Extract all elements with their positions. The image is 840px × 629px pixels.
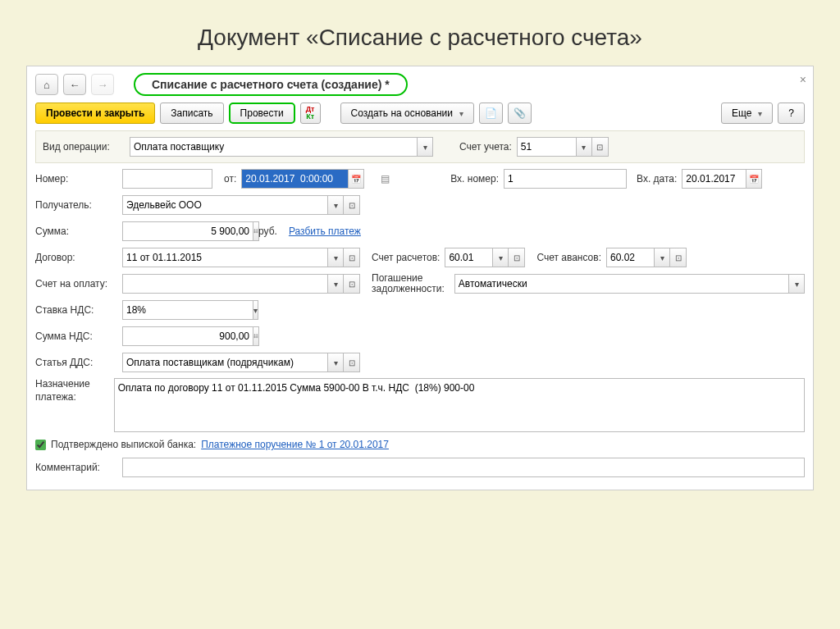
invoice-input[interactable] <box>122 274 327 294</box>
help-button[interactable]: ? <box>778 103 805 124</box>
document-title: Списание с расчетного счета (создание) * <box>134 73 408 96</box>
open-icon[interactable]: ⊡ <box>592 137 609 157</box>
print-button[interactable] <box>479 103 503 124</box>
chevron-down-icon[interactable]: ▾ <box>788 274 805 294</box>
op-type-select[interactable]: ▾ <box>130 137 433 157</box>
open-icon[interactable]: ⊡ <box>344 248 360 267</box>
debt-label-2: задолженности: <box>372 284 445 294</box>
open-icon[interactable]: ⊡ <box>344 274 360 294</box>
chevron-down-icon[interactable]: ▾ <box>253 300 258 320</box>
account-input[interactable] <box>517 137 576 157</box>
debt-input[interactable] <box>454 274 788 294</box>
comment-input[interactable] <box>122 458 805 477</box>
in-number-input[interactable] <box>504 169 627 189</box>
open-icon[interactable]: ⊡ <box>509 248 525 267</box>
chevron-down-icon[interactable]: ▾ <box>327 195 344 215</box>
account-label: Счет учета: <box>459 141 512 153</box>
create-based-button[interactable]: Создать на основании <box>340 103 475 124</box>
contract-label: Договор: <box>35 252 117 263</box>
from-label: от: <box>224 173 236 185</box>
open-icon[interactable]: ⊡ <box>344 195 360 215</box>
recipient-label: Получатель: <box>35 199 117 211</box>
in-date-input[interactable] <box>682 169 746 189</box>
amount-input[interactable] <box>122 221 253 241</box>
recipient-input[interactable] <box>122 195 327 215</box>
dds-input[interactable] <box>122 353 327 372</box>
dtkt-button[interactable]: ДтКт <box>300 103 321 124</box>
split-payment-link[interactable]: Разбить платеж <box>289 226 361 237</box>
home-button[interactable]: ⌂ <box>35 74 58 95</box>
contract-input[interactable] <box>122 248 327 267</box>
paperclip-icon <box>514 107 526 119</box>
settle-acc-input[interactable] <box>445 248 492 267</box>
dds-label: Статья ДДС: <box>35 357 117 368</box>
calendar-icon[interactable]: 📅 <box>746 169 762 189</box>
back-button[interactable]: ← <box>63 74 86 95</box>
settle-acc-label: Счет расчетов: <box>372 252 440 263</box>
purpose-label: Назначение платежа: <box>35 378 109 403</box>
forward-button[interactable]: → <box>91 74 114 95</box>
purpose-textarea[interactable] <box>114 378 805 432</box>
date-input[interactable] <box>241 169 348 189</box>
amount-label: Сумма: <box>35 226 117 237</box>
calendar-icon[interactable]: 📅 <box>348 169 364 189</box>
chevron-down-icon[interactable]: ▾ <box>327 274 344 294</box>
chevron-down-icon[interactable]: ▾ <box>492 248 509 267</box>
in-date-label: Вх. дата: <box>637 173 677 185</box>
advance-acc-input[interactable] <box>606 248 654 267</box>
toolbar: Провести и закрыть Записать Провести ДтК… <box>35 103 805 124</box>
advance-acc-label: Счет авансов: <box>536 252 601 263</box>
post-button[interactable]: Провести <box>229 103 295 124</box>
document-window: × ⌂ ← → Списание с расчетного счета (соз… <box>26 66 814 490</box>
chevron-down-icon[interactable]: ▾ <box>654 248 670 267</box>
open-icon[interactable]: ⊡ <box>670 248 687 267</box>
titlebar: ⌂ ← → Списание с расчетного счета (созда… <box>35 73 805 96</box>
document-icon <box>485 107 497 119</box>
currency-label: руб. <box>258 226 277 237</box>
op-type-input[interactable] <box>130 137 417 157</box>
number-input[interactable] <box>122 169 212 189</box>
more-button[interactable]: Еще <box>721 103 773 124</box>
comment-label: Комментарий: <box>35 462 117 473</box>
vat-sum-input[interactable] <box>122 326 253 346</box>
confirmed-label: Подтверждено выпиской банка: <box>51 439 196 450</box>
save-button[interactable]: Записать <box>160 103 223 124</box>
chevron-down-icon[interactable]: ▾ <box>327 248 344 267</box>
confirmed-checkbox[interactable] <box>35 440 46 450</box>
close-icon[interactable]: × <box>800 73 806 86</box>
post-and-close-button[interactable]: Провести и закрыть <box>35 103 155 124</box>
payment-order-link[interactable]: Платежное поручение № 1 от 20.01.2017 <box>201 439 389 450</box>
list-icon[interactable]: ▤ <box>381 173 390 185</box>
op-type-label: Вид операции: <box>43 141 125 153</box>
chevron-down-icon[interactable]: ▾ <box>417 137 433 157</box>
dtkt-icon: ДтКт <box>306 106 315 121</box>
account-select[interactable]: ▾ ⊡ <box>517 137 609 157</box>
in-number-label: Вх. номер: <box>450 173 499 185</box>
number-label: Номер: <box>35 173 117 185</box>
open-icon[interactable]: ⊡ <box>344 353 360 372</box>
vat-rate-input[interactable] <box>122 300 253 320</box>
attach-button[interactable] <box>508 103 532 124</box>
vat-sum-label: Сумма НДС: <box>35 330 117 342</box>
vat-rate-label: Ставка НДС: <box>35 304 117 316</box>
chevron-down-icon[interactable]: ▾ <box>576 137 592 157</box>
chevron-down-icon[interactable]: ▾ <box>327 353 344 372</box>
calculator-icon[interactable]: ⌗ <box>253 326 259 346</box>
invoice-label: Счет на оплату: <box>35 278 117 289</box>
slide-heading: Документ «Списание с расчетного счета» <box>0 0 840 66</box>
